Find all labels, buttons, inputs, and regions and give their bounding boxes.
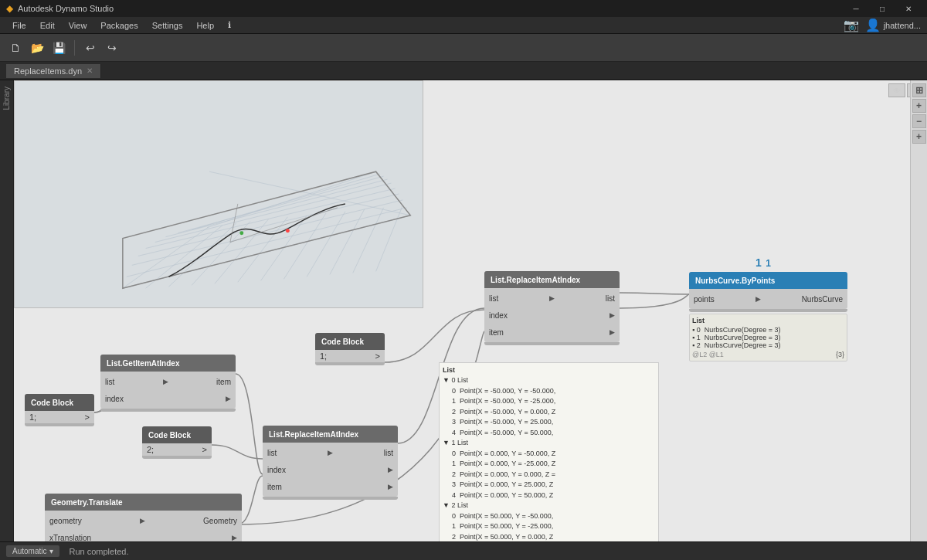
code-block-2-body[interactable]: 2; > — [142, 443, 212, 456]
list-replace-top-list-port: list ▶ list — [484, 290, 620, 307]
menu-file[interactable]: File — [6, 19, 32, 32]
nurbs-result-line-1: ▪ 1 NurbsCurve(Degree = 3) — [692, 334, 844, 341]
tab-close-button[interactable]: ✕ — [87, 66, 93, 75]
data-output-panel: List ▼ 0 List 0 Point(X = -50.000, Y = -… — [439, 362, 659, 541]
nurbs-curve-body: points ▶ NurbsCurve — [689, 289, 847, 309]
menu-settings[interactable]: Settings — [146, 19, 189, 32]
list-replace-top-node: List.ReplaceItemAtIndex list ▶ list inde… — [484, 271, 620, 345]
code-block-index-footer — [315, 362, 385, 365]
list-replace-bottom-node: List.ReplaceItemAtIndex list ▶ list inde… — [263, 426, 398, 500]
chevron-down-icon: ▾ — [49, 547, 53, 555]
menu-view[interactable]: View — [63, 19, 93, 32]
status-bar: Automatic ▾ Run completed. — [0, 541, 927, 560]
list-replace-top-header: List.ReplaceItemAtIndex — [484, 271, 620, 288]
preview-svg — [15, 81, 423, 307]
geometry-translate-header: Geometry.Translate — [45, 494, 242, 511]
svg-point-27 — [286, 229, 290, 232]
nurbs-result-line-2: ▪ 2 NurbsCurve(Degree = 3) — [692, 341, 844, 349]
nurbs-curve-number: 1 — [766, 258, 771, 269]
run-status: Run completed. — [69, 547, 128, 556]
code-block-2-footer — [142, 456, 212, 459]
list-get-index-port: index ▶ — [100, 390, 236, 407]
data-line-1: 0 Point(X = -50.000, Y = -50.000, — [443, 386, 655, 397]
list-replace-top-item-port: item ▶ — [484, 324, 620, 341]
zoom-out-button[interactable]: − — [912, 114, 926, 128]
menu-bar: File Edit View Packages Settings Help ℹ … — [0, 17, 927, 34]
list-replace-bottom-body: list ▶ list index ▶ item ▶ — [263, 443, 398, 497]
camera-icon: 📷 — [844, 18, 859, 32]
data-line-11: 4 Point(X = 0.000, Y = 50.000, Z — [443, 490, 655, 501]
code-block-index-header: Code Block — [315, 333, 385, 350]
svg-point-28 — [239, 231, 243, 235]
canvas[interactable]: 👁 ⊞ ⊞ + − + — [14, 80, 927, 541]
data-line-12: ▼ 2 List — [443, 501, 655, 511]
geometry-translate-x-port: xTranslation ▶ — [45, 529, 242, 541]
data-panel-content: ▼ 0 List 0 Point(X = -50.000, Y = -50.00… — [443, 375, 655, 541]
list-get-body: list ▶ item index ▶ — [100, 372, 236, 409]
nurbs-curve-footer — [689, 309, 847, 312]
code-block-1-body[interactable]: 1; > — [25, 411, 94, 423]
zoom-reset-button[interactable]: + — [912, 130, 926, 144]
list-replace-bottom-header: List.ReplaceItemAtIndex — [263, 426, 398, 443]
code-block-2-node: Code Block 2; > — [142, 426, 212, 459]
zoom-fit-button[interactable]: ⊞ — [912, 83, 926, 97]
sidebar: Library — [0, 80, 14, 541]
nurbs-number-label: 1 — [756, 256, 762, 269]
list-replace-top-body: list ▶ list index ▶ item ▶ — [484, 288, 620, 342]
nurbs-result-footer: @L2 @L1 {3} — [692, 351, 844, 358]
data-panel-title: List — [443, 366, 655, 374]
data-line-4: 3 Point(X = -50.000, Y = 25.000, — [443, 417, 655, 428]
menu-help[interactable]: Help — [190, 19, 220, 32]
data-line-2: 1 Point(X = -50.000, Y = -25.000, — [443, 396, 655, 407]
list-replace-bottom-footer — [263, 497, 398, 500]
nurbs-result-line-0: ▪ 0 NurbsCurve(Degree = 3) — [692, 326, 844, 334]
undo-button[interactable]: ↩ — [81, 39, 100, 57]
title-bar: ◆ Autodesk Dynamo Studio ─ □ ✕ — [0, 0, 927, 17]
toolbar: 🗋 📂 💾 ↩ ↪ — [0, 34, 927, 62]
tab-bar: ReplaceItems.dyn ✕ — [0, 62, 927, 80]
code-block-1-footer — [25, 423, 94, 426]
list-replace-top-index-port: index ▶ — [484, 307, 620, 324]
menu-packages[interactable]: Packages — [94, 19, 144, 32]
nurbs-curve-node: 1 NurbsCurve.ByPoints points ▶ NurbsCurv… — [689, 272, 847, 361]
app-icon: ◆ — [6, 3, 13, 14]
geometry-translate-body: geometry ▶ Geometry xTranslation ▶ yTran… — [45, 511, 242, 541]
minimize-button[interactable]: ─ — [844, 0, 868, 17]
data-line-8: 1 Point(X = 0.000, Y = -25.000, Z — [443, 459, 655, 470]
list-get-header: List.GetItemAtIndex — [100, 355, 236, 372]
geometry-translate-node: Geometry.Translate geometry ▶ Geometry x… — [45, 494, 242, 541]
app-title: ◆ Autodesk Dynamo Studio — [6, 3, 114, 14]
data-line-10: 3 Point(X = 0.000, Y = 25.000, Z — [443, 480, 655, 490]
list-replace-bottom-item-port: item ▶ — [263, 478, 398, 495]
code-block-index-node: Code Block 1; > — [315, 333, 385, 365]
sidebar-library-label[interactable]: Library — [1, 83, 12, 114]
list-replace-top-footer — [484, 342, 620, 345]
open-button[interactable]: 📂 — [28, 39, 46, 57]
list-replace-bottom-index-port: index ▶ — [263, 461, 398, 478]
data-line-5: 4 Point(X = -50.000, Y = 50.000, — [443, 428, 655, 439]
nurbs-result-title: List — [692, 317, 844, 324]
close-button[interactable]: ✕ — [896, 0, 921, 17]
menu-edit[interactable]: Edit — [34, 19, 61, 32]
geometry-translate-geo-port: geometry ▶ Geometry — [45, 512, 242, 529]
data-line-7: 0 Point(X = 0.000, Y = -50.000, Z — [443, 449, 655, 460]
data-line-15: 2 Point(X = 50.000, Y = 0.000, Z — [443, 532, 655, 542]
new-button[interactable]: 🗋 — [6, 39, 25, 57]
restore-button[interactable]: □ — [870, 0, 895, 17]
data-line-13: 0 Point(X = 50.000, Y = -50.000, — [443, 511, 655, 522]
data-line-3: 2 Point(X = -50.000, Y = 0.000, Z — [443, 407, 655, 418]
window-controls: ─ □ ✕ — [844, 0, 921, 17]
svg-rect-0 — [15, 81, 422, 307]
menu-info[interactable]: ℹ — [222, 19, 237, 32]
data-line-6: ▼ 1 List — [443, 438, 655, 449]
zoom-controls: ⊞ + − + — [910, 80, 927, 541]
code-block-2-header: Code Block — [142, 426, 212, 443]
zoom-in-button[interactable]: + — [912, 99, 926, 113]
eye-icon[interactable]: 👁 — [888, 83, 905, 97]
run-mode-selector[interactable]: Automatic ▾ — [6, 545, 59, 557]
tab-replaceitems[interactable]: ReplaceItems.dyn ✕ — [6, 64, 101, 78]
toolbar-separator — [74, 40, 75, 56]
code-block-index-body[interactable]: 1; > — [315, 350, 385, 362]
save-button[interactable]: 💾 — [49, 39, 68, 57]
redo-button[interactable]: ↪ — [103, 39, 121, 57]
